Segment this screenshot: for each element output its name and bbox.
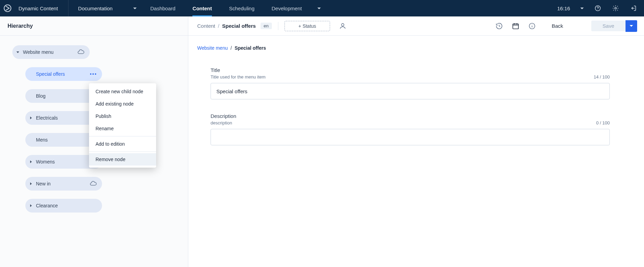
- description-count: 0 / 100: [596, 120, 610, 125]
- node-label: Electricals: [36, 115, 87, 121]
- top-nav: Dynamic Content Documentation Dashboard …: [0, 0, 644, 16]
- chevron-down-icon: [580, 8, 584, 9]
- caret-right-icon[interactable]: [29, 182, 33, 186]
- chevron-down-icon: [630, 25, 633, 27]
- brand-area: Dynamic Content: [0, 0, 68, 16]
- breadcrumb-parent[interactable]: Content: [197, 23, 215, 29]
- help-icon[interactable]: [594, 4, 602, 12]
- cloud-icon: [77, 48, 85, 56]
- brand-name: Dynamic Content: [18, 5, 58, 11]
- node-label: Blog: [36, 93, 87, 99]
- tab-scheduling[interactable]: Scheduling: [229, 0, 254, 16]
- main-panel: Website menu / Special offers Title Titl…: [188, 36, 644, 267]
- description-input[interactable]: [211, 129, 610, 145]
- content-breadcrumb-current: Special offers: [235, 45, 266, 51]
- svg-point-7: [532, 24, 532, 25]
- development-label: Development: [272, 5, 302, 11]
- time-label: 16:16: [557, 5, 570, 11]
- title-help-row: Title used for the menu item 14 / 100: [211, 74, 610, 80]
- chevron-down-icon: [317, 8, 321, 9]
- nav-tabs: Dashboard Content Scheduling Development: [150, 0, 321, 16]
- add-status-button[interactable]: + Status: [285, 21, 330, 31]
- divider: [278, 22, 278, 30]
- content-breadcrumb: Website menu / Special offers: [188, 45, 644, 51]
- info-icon[interactable]: [528, 22, 536, 30]
- breadcrumb: Content / Special offers: [197, 23, 256, 29]
- breadcrumb-separator: /: [230, 45, 232, 51]
- field-description: Description description 0 / 100: [211, 113, 610, 145]
- documentation-dropdown[interactable]: Documentation: [68, 0, 146, 16]
- svg-point-3: [615, 8, 617, 9]
- tab-content[interactable]: Content: [192, 0, 212, 16]
- svg-point-0: [4, 5, 11, 12]
- title-help: Title used for the menu item: [211, 74, 266, 80]
- caret-right-icon[interactable]: [29, 160, 33, 164]
- history-icon[interactable]: [495, 22, 503, 30]
- svg-point-4: [342, 23, 344, 26]
- breadcrumb-current: Special offers: [222, 23, 256, 29]
- language-chip[interactable]: en: [261, 23, 272, 29]
- description-help-row: description 0 / 100: [211, 120, 610, 125]
- documentation-label: Documentation: [78, 5, 113, 11]
- tree-node-root[interactable]: Website menu: [12, 45, 90, 59]
- node-label: Special offers: [36, 71, 86, 77]
- node-menu-button[interactable]: [89, 70, 97, 78]
- cloud-icon: [89, 180, 97, 188]
- node-label: New in: [36, 181, 87, 186]
- divider: [89, 151, 156, 152]
- context-menu-item[interactable]: Remove node: [89, 153, 156, 166]
- back-button[interactable]: Back: [545, 23, 570, 29]
- breadcrumb-separator: /: [218, 23, 219, 29]
- content-subheader: Content / Special offers en + Status Bac…: [188, 16, 644, 36]
- node-label: Website menu: [23, 49, 75, 55]
- description-label: Description: [211, 113, 610, 119]
- caret-spacer: [29, 138, 33, 142]
- context-menu-item[interactable]: Rename: [89, 122, 156, 135]
- save-button[interactable]: Save: [591, 21, 626, 31]
- caret-spacer: [29, 94, 33, 98]
- title-input[interactable]: [211, 83, 610, 99]
- context-menu-item[interactable]: Publish: [89, 110, 156, 122]
- title-label: Title: [211, 67, 610, 73]
- svg-point-2: [597, 10, 598, 10]
- node-label: Clearance: [36, 203, 97, 208]
- calendar-icon[interactable]: [512, 22, 519, 30]
- divider: [89, 136, 156, 136]
- svg-rect-5: [513, 24, 519, 29]
- gear-icon[interactable]: [612, 4, 619, 12]
- field-title: Title Title used for the menu item 14 / …: [211, 67, 610, 99]
- logout-icon[interactable]: [630, 4, 637, 12]
- caret-spacer: [29, 72, 33, 76]
- node-context-menu: Create new child nodeAdd existing nodePu…: [89, 83, 156, 168]
- caret-right-icon[interactable]: [29, 204, 33, 208]
- node-label: Womens: [36, 159, 87, 165]
- time-dropdown[interactable]: 16:16: [557, 5, 584, 11]
- caret-down-icon[interactable]: [16, 50, 20, 54]
- context-menu-item[interactable]: Create new child node: [89, 85, 156, 98]
- save-button-group: Save: [591, 20, 637, 32]
- node-label: Mens: [36, 137, 87, 143]
- sidebar-header: Hierarchy: [0, 16, 188, 36]
- context-menu-item[interactable]: Add existing node: [89, 98, 156, 110]
- tree-node[interactable]: Special offers: [25, 67, 102, 81]
- subheader-right: Back Save: [495, 20, 637, 32]
- context-menu-item[interactable]: Add to edition: [89, 138, 156, 150]
- caret-right-icon[interactable]: [29, 116, 33, 120]
- save-dropdown-button[interactable]: [626, 20, 637, 32]
- nav-right: 16:16: [557, 0, 644, 16]
- brand-logo-icon: [3, 4, 12, 12]
- content-breadcrumb-parent[interactable]: Website menu: [197, 45, 228, 51]
- tab-dashboard[interactable]: Dashboard: [150, 0, 175, 16]
- chevron-down-icon: [133, 8, 137, 9]
- title-count: 14 / 100: [594, 74, 610, 80]
- tab-development[interactable]: Development: [272, 0, 320, 16]
- tree-node[interactable]: Clearance: [25, 199, 102, 213]
- assignee-icon[interactable]: [339, 22, 346, 30]
- tree-node[interactable]: New in: [25, 177, 102, 191]
- form: Title Title used for the menu item 14 / …: [188, 51, 644, 145]
- description-help: description: [211, 120, 232, 125]
- sidebar-title: Hierarchy: [8, 23, 33, 29]
